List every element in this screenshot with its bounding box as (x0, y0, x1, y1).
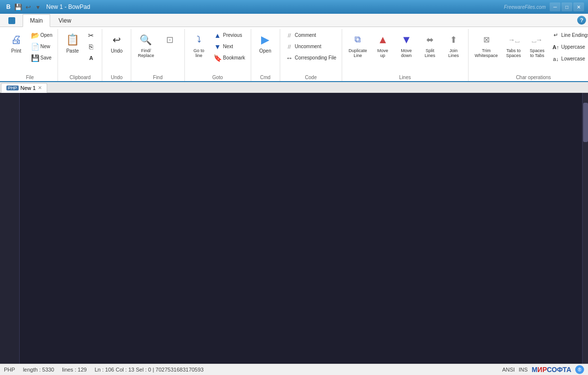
watermark: FreewareFiles.com (504, 4, 546, 10)
ribbon-group-cmd: ▶ Open Cmd (251, 29, 280, 81)
code-area[interactable] (20, 93, 582, 364)
ribbon-group-lines: ⧉ DuplicateLine ▲ Moveup ▼ Movedown ⬌ Sp… (342, 29, 469, 81)
new-label: New (40, 44, 50, 49)
uncomment-button[interactable]: // Uncomment (283, 41, 339, 52)
lowercase-button[interactable]: a↓ Lowercase (550, 54, 588, 64)
tabs-to-spaces-button[interactable]: →⎵ Tabs toSpaces (502, 30, 525, 60)
document-tabs: PHP New 1 ✕ (0, 82, 588, 93)
line-endings-button[interactable]: ↵ Line Endings ▾ (550, 30, 588, 41)
file-group-label: File (2, 75, 58, 80)
save-icon: 💾 (31, 54, 39, 62)
format-button[interactable]: A (85, 53, 99, 63)
trim-icon: ⊠ (478, 32, 494, 48)
find-sel-icon: ⊡ (162, 32, 178, 48)
tab-view[interactable]: View (51, 14, 79, 27)
doc-tab-close[interactable]: ✕ (38, 85, 42, 90)
spaces-to-tabs-icon: ⎵→ (529, 32, 545, 48)
open-cmd-button[interactable]: ▶ Open (254, 30, 277, 56)
print-button[interactable]: 🖨 Print (5, 30, 28, 56)
corresponding-button[interactable]: ↔ Corresponding File (283, 53, 339, 63)
status-lines: lines : 129 (62, 367, 87, 373)
undo-icon: ↩ (109, 32, 124, 48)
uppercase-button[interactable]: A↑ Uppercase (550, 42, 588, 53)
quick-access-toolbar[interactable]: B 💾 ↩ ▾ (4, 2, 42, 11)
ribbon-group-find: 🔍 Find/Replace ⊡ Find (131, 29, 184, 81)
undo-button[interactable]: ↩ Undo (105, 30, 128, 56)
char-ops-group-label: Char operations (469, 75, 588, 80)
window-title: New 1 - BowPad (46, 3, 504, 10)
editor-scrollbar[interactable] (582, 93, 588, 364)
trim-label: TrimWhitespace (475, 48, 498, 58)
status-insert-mode: INS (519, 367, 528, 373)
previous-button[interactable]: ▲ Previous (211, 30, 248, 41)
save-button[interactable]: 💾 Save (29, 53, 55, 63)
qat-dropdown-btn[interactable]: ▾ (33, 2, 42, 11)
lowercase-icon: a↓ (552, 55, 560, 63)
comment-button[interactable]: // Comment (283, 30, 339, 41)
brand-text: М (531, 366, 537, 374)
undo-buttons: ↩ Undo (105, 30, 128, 80)
php-badge: PHP (6, 86, 19, 90)
move-up-button[interactable]: ▲ Moveup (372, 30, 394, 60)
line-numbers (0, 93, 20, 364)
join-lines-button[interactable]: ⬆ JoinLines (442, 30, 465, 60)
status-language: PHP (4, 367, 15, 373)
app-icon: B (4, 2, 13, 11)
editor-container (0, 93, 588, 364)
new-icon: 📄 (31, 43, 39, 51)
move-down-button[interactable]: ▼ Movedown (395, 30, 418, 60)
goto-line-button[interactable]: ⤵ Go toline (188, 30, 210, 60)
goto-buttons: ⤵ Go toline ▲ Previous ▼ Next 🔖 Bookmark (188, 30, 248, 80)
find-group-label: Find (131, 75, 184, 80)
file-buttons: 🖨 Print 📂 Open 📄 New 💾 Save (5, 30, 55, 80)
tab-main[interactable]: Main (23, 14, 50, 27)
trim-whitespace-button[interactable]: ⊠ TrimWhitespace (471, 30, 501, 60)
scrollbar-thumb[interactable] (583, 103, 588, 142)
help-button[interactable]: ? (577, 16, 586, 25)
ribbon-group-clipboard: 📋 Paste ✂ ⎘ A (58, 29, 102, 81)
duplicate-line-button[interactable]: ⧉ DuplicateLine (345, 30, 371, 60)
split-lines-button[interactable]: ⬌ SplitLines (419, 30, 441, 60)
doc-tab-new1[interactable]: PHP New 1 ✕ (1, 83, 47, 93)
ribbon-tabs: Main View ? (0, 14, 588, 27)
qat-save-btn[interactable]: 💾 (14, 2, 23, 11)
next-button[interactable]: ▼ Next (211, 41, 248, 52)
ribbon-group-code: // Comment // Uncomment ↔ Corresponding … (280, 29, 343, 81)
format-icon: A (87, 54, 95, 62)
bookmark-button[interactable]: 🔖 Bookmark (211, 53, 248, 63)
ribbon-group-goto: ⤵ Go toline ▲ Previous ▼ Next 🔖 Bookmark (185, 29, 251, 81)
uncomment-label: Uncomment (295, 44, 322, 49)
find-buttons: 🔍 Find/Replace ⊡ (134, 30, 181, 80)
find-sel-button[interactable]: ⊡ (159, 30, 181, 50)
tab-home-icon[interactable] (4, 14, 22, 27)
line-endings-label: Line Endings (561, 32, 588, 38)
paste-label: Paste (66, 48, 79, 54)
maximize-btn[interactable]: □ (561, 2, 572, 11)
paste-button[interactable]: 📋 Paste (61, 30, 84, 56)
ribbon-body: 🖨 Print 📂 Open 📄 New 💾 Save (0, 27, 588, 82)
spaces-to-tabs-button[interactable]: ⎵→ Spacesto Tabs (526, 30, 549, 60)
brand-logo: МИРСОФТА (531, 366, 571, 374)
split-label: SplitLines (425, 48, 436, 58)
comment-label: Comment (295, 32, 316, 38)
open-button[interactable]: 📂 Open (29, 30, 55, 41)
split-icon: ⬌ (422, 32, 438, 48)
join-icon: ⬆ (446, 32, 462, 48)
move-up-icon: ▲ (375, 32, 391, 48)
find-replace-button[interactable]: 🔍 Find/Replace (134, 30, 157, 60)
close-btn[interactable]: ✕ (573, 2, 584, 11)
qat-undo-btn[interactable]: ↩ (24, 2, 32, 11)
copy-button[interactable]: ⎘ (85, 41, 99, 52)
copy-icon: ⎘ (87, 43, 95, 51)
cut-button[interactable]: ✂ (85, 30, 99, 41)
new-button[interactable]: 📄 New (29, 41, 55, 52)
move-up-label: Moveup (378, 48, 388, 58)
minimize-btn[interactable]: ─ (550, 2, 560, 11)
window-controls[interactable]: ─ □ ✕ (550, 2, 584, 11)
code-buttons: // Comment // Uncomment ↔ Corresponding … (283, 30, 339, 80)
lines-group-label: Lines (342, 75, 468, 80)
corresponding-label: Corresponding File (295, 55, 337, 60)
line-end-icon: ↵ (552, 31, 560, 39)
prev-icon: ▲ (214, 31, 222, 39)
tabs-to-spaces-icon: →⎵ (506, 32, 522, 48)
